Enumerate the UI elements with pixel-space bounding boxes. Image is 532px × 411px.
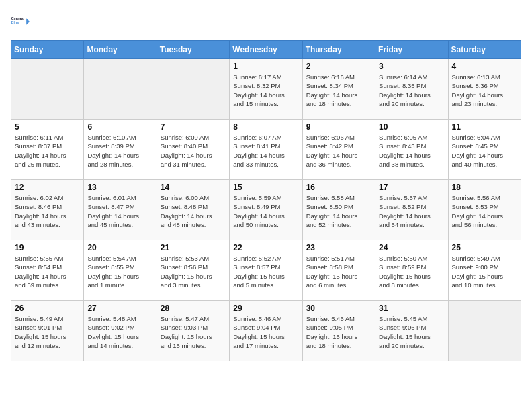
day-info: Sunrise: 6:06 AM Sunset: 8:42 PM Dayligh… (306, 133, 371, 169)
day-number: 24 (379, 243, 444, 253)
day-info: Sunrise: 5:48 AM Sunset: 9:02 PM Dayligh… (87, 314, 152, 350)
day-info: Sunrise: 6:14 AM Sunset: 8:35 PM Dayligh… (379, 73, 444, 108)
calendar-cell (84, 59, 157, 120)
calendar-cell: 31Sunrise: 5:45 AM Sunset: 9:06 PM Dayli… (375, 301, 448, 361)
calendar-cell: 22Sunrise: 5:52 AM Sunset: 8:57 PM Dayli… (230, 240, 302, 301)
day-number: 31 (379, 304, 444, 313)
day-number: 16 (306, 183, 371, 192)
calendar-cell: 27Sunrise: 5:48 AM Sunset: 9:02 PM Dayli… (84, 301, 157, 361)
calendar-week-4: 26Sunrise: 5:49 AM Sunset: 9:01 PM Dayli… (11, 301, 521, 361)
calendar-cell: 18Sunrise: 5:56 AM Sunset: 8:53 PM Dayli… (448, 180, 521, 240)
svg-marker-2 (26, 18, 30, 25)
calendar-cell: 2Sunrise: 6:16 AM Sunset: 8:34 PM Daylig… (302, 59, 375, 120)
calendar-cell: 5Sunrise: 6:11 AM Sunset: 8:37 PM Daylig… (11, 120, 84, 180)
calendar-cell: 29Sunrise: 5:46 AM Sunset: 9:04 PM Dayli… (230, 301, 302, 361)
day-number: 1 (233, 62, 298, 71)
weekday-header-monday: Monday (84, 41, 157, 59)
day-info: Sunrise: 6:10 AM Sunset: 8:39 PM Dayligh… (87, 133, 152, 169)
calendar-cell: 26Sunrise: 5:49 AM Sunset: 9:01 PM Dayli… (11, 301, 84, 361)
calendar-header: SundayMondayTuesdayWednesdayThursdayFrid… (11, 41, 521, 59)
day-number: 8 (233, 122, 298, 132)
day-number: 3 (379, 62, 444, 71)
day-number: 15 (233, 183, 298, 192)
day-info: Sunrise: 5:46 AM Sunset: 9:05 PM Dayligh… (306, 314, 371, 350)
day-number: 4 (452, 62, 517, 71)
calendar-cell: 23Sunrise: 5:51 AM Sunset: 8:58 PM Dayli… (302, 240, 375, 301)
day-number: 17 (379, 183, 444, 192)
calendar-cell: 17Sunrise: 5:57 AM Sunset: 8:52 PM Dayli… (375, 180, 448, 240)
day-info: Sunrise: 6:13 AM Sunset: 8:36 PM Dayligh… (452, 73, 517, 108)
day-info: Sunrise: 5:49 AM Sunset: 9:01 PM Dayligh… (15, 314, 80, 350)
weekday-header-tuesday: Tuesday (157, 41, 229, 59)
day-number: 10 (379, 122, 444, 132)
day-number: 6 (87, 122, 152, 132)
day-number: 9 (306, 122, 371, 132)
logo: GeneralBlue (11, 11, 32, 32)
calendar-cell: 14Sunrise: 6:00 AM Sunset: 8:48 PM Dayli… (157, 180, 229, 240)
calendar-table: SundayMondayTuesdayWednesdayThursdayFrid… (11, 40, 521, 361)
page-header: GeneralBlue (11, 11, 521, 32)
calendar-week-0: 1Sunrise: 6:17 AM Sunset: 8:32 PM Daylig… (11, 59, 521, 120)
day-number: 23 (306, 243, 371, 253)
day-info: Sunrise: 6:09 AM Sunset: 8:40 PM Dayligh… (161, 133, 226, 169)
day-number: 26 (15, 304, 80, 313)
calendar-cell: 16Sunrise: 5:58 AM Sunset: 8:50 PM Dayli… (302, 180, 375, 240)
day-info: Sunrise: 5:56 AM Sunset: 8:53 PM Dayligh… (452, 193, 517, 229)
svg-text:Blue: Blue (11, 21, 19, 25)
weekday-header-friday: Friday (375, 41, 448, 59)
calendar-cell: 13Sunrise: 6:01 AM Sunset: 8:47 PM Dayli… (84, 180, 157, 240)
day-info: Sunrise: 5:55 AM Sunset: 8:54 PM Dayligh… (15, 254, 80, 289)
day-info: Sunrise: 6:16 AM Sunset: 8:34 PM Dayligh… (306, 73, 371, 108)
day-number: 19 (15, 243, 80, 253)
weekday-header-wednesday: Wednesday (230, 41, 302, 59)
day-number: 29 (233, 304, 298, 313)
day-number: 5 (15, 122, 80, 132)
day-number: 11 (452, 122, 517, 132)
calendar-cell (448, 301, 521, 361)
weekday-header-thursday: Thursday (302, 41, 375, 59)
day-info: Sunrise: 6:05 AM Sunset: 8:43 PM Dayligh… (379, 133, 444, 169)
calendar-week-2: 12Sunrise: 6:02 AM Sunset: 8:46 PM Dayli… (11, 180, 521, 240)
day-info: Sunrise: 5:46 AM Sunset: 9:04 PM Dayligh… (233, 314, 298, 350)
day-info: Sunrise: 5:51 AM Sunset: 8:58 PM Dayligh… (306, 254, 371, 289)
calendar-cell: 15Sunrise: 5:59 AM Sunset: 8:49 PM Dayli… (230, 180, 302, 240)
day-info: Sunrise: 5:53 AM Sunset: 8:56 PM Dayligh… (161, 254, 226, 289)
weekday-header-sunday: Sunday (11, 41, 84, 59)
calendar-cell: 25Sunrise: 5:49 AM Sunset: 9:00 PM Dayli… (448, 240, 521, 301)
day-number: 2 (306, 62, 371, 71)
day-info: Sunrise: 5:49 AM Sunset: 9:00 PM Dayligh… (452, 254, 517, 289)
calendar-cell: 6Sunrise: 6:10 AM Sunset: 8:39 PM Daylig… (84, 120, 157, 180)
day-number: 13 (87, 183, 152, 192)
day-info: Sunrise: 5:52 AM Sunset: 8:57 PM Dayligh… (233, 254, 298, 289)
calendar-cell: 24Sunrise: 5:50 AM Sunset: 8:59 PM Dayli… (375, 240, 448, 301)
day-info: Sunrise: 5:58 AM Sunset: 8:50 PM Dayligh… (306, 193, 371, 229)
day-info: Sunrise: 5:54 AM Sunset: 8:55 PM Dayligh… (87, 254, 152, 289)
calendar-cell (11, 59, 84, 120)
day-info: Sunrise: 6:01 AM Sunset: 8:47 PM Dayligh… (87, 193, 152, 229)
day-number: 7 (161, 122, 226, 132)
calendar-cell: 3Sunrise: 6:14 AM Sunset: 8:35 PM Daylig… (375, 59, 448, 120)
day-number: 27 (87, 304, 152, 313)
day-info: Sunrise: 6:02 AM Sunset: 8:46 PM Dayligh… (15, 193, 80, 229)
calendar-cell: 12Sunrise: 6:02 AM Sunset: 8:46 PM Dayli… (11, 180, 84, 240)
day-number: 22 (233, 243, 298, 253)
day-number: 18 (452, 183, 517, 192)
day-info: Sunrise: 6:11 AM Sunset: 8:37 PM Dayligh… (15, 133, 80, 169)
day-info: Sunrise: 5:50 AM Sunset: 8:59 PM Dayligh… (379, 254, 444, 289)
logo-icon: GeneralBlue (11, 11, 32, 32)
calendar-cell: 4Sunrise: 6:13 AM Sunset: 8:36 PM Daylig… (448, 59, 521, 120)
day-info: Sunrise: 5:47 AM Sunset: 9:03 PM Dayligh… (161, 314, 226, 350)
calendar-cell: 21Sunrise: 5:53 AM Sunset: 8:56 PM Dayli… (157, 240, 229, 301)
weekday-header-saturday: Saturday (448, 41, 521, 59)
calendar-cell: 20Sunrise: 5:54 AM Sunset: 8:55 PM Dayli… (84, 240, 157, 301)
svg-text:General: General (11, 17, 25, 21)
calendar-cell: 7Sunrise: 6:09 AM Sunset: 8:40 PM Daylig… (157, 120, 229, 180)
day-number: 30 (306, 304, 371, 313)
day-number: 25 (452, 243, 517, 253)
day-number: 20 (87, 243, 152, 253)
calendar-cell: 28Sunrise: 5:47 AM Sunset: 9:03 PM Dayli… (157, 301, 229, 361)
day-number: 14 (161, 183, 226, 192)
day-info: Sunrise: 5:59 AM Sunset: 8:49 PM Dayligh… (233, 193, 298, 229)
day-number: 28 (161, 304, 226, 313)
calendar-cell (157, 59, 229, 120)
